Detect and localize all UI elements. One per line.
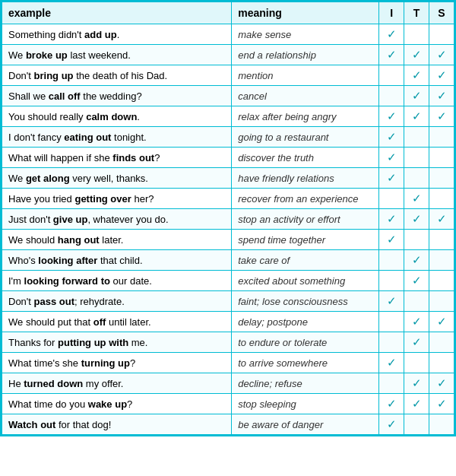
i-cell bbox=[379, 373, 404, 394]
example-suffix-text: until later. bbox=[106, 316, 150, 328]
example-plain-text: Just don't bbox=[8, 214, 53, 225]
check-mark: ✓ bbox=[387, 233, 397, 246]
s-cell: ✓ bbox=[429, 312, 454, 332]
example-bold-text: add up bbox=[84, 29, 117, 40]
example-suffix-text: ? bbox=[127, 398, 132, 410]
example-plain-text: Have you tried bbox=[8, 193, 74, 205]
example-plain-text: What will happen if she bbox=[8, 152, 112, 163]
table-row: Thanks for putting up with me.to endure … bbox=[2, 332, 454, 353]
check-mark: ✓ bbox=[387, 356, 397, 369]
example-suffix-text: ; rehydrate. bbox=[74, 296, 125, 307]
table-row: What time's she turning up?to arrive som… bbox=[2, 353, 454, 373]
example-plain-text: I don't fancy bbox=[8, 132, 64, 143]
table-row: Don't pass out; rehydrate.faint; lose co… bbox=[2, 291, 454, 312]
s-cell bbox=[429, 291, 454, 312]
example-bold-text: broke up bbox=[26, 49, 68, 61]
meaning-cell: faint; lose consciousness bbox=[232, 291, 379, 312]
example-bold-text: give up bbox=[53, 214, 88, 225]
i-cell: ✓ bbox=[379, 148, 404, 168]
meaning-cell: stop an activity or effort bbox=[232, 209, 379, 230]
i-cell bbox=[379, 271, 404, 291]
s-cell bbox=[429, 168, 454, 189]
i-cell bbox=[379, 312, 404, 332]
phrasal-verbs-table: example meaning I T S Something didn't a… bbox=[2, 2, 454, 435]
example-bold-text: getting over bbox=[74, 193, 131, 205]
t-cell bbox=[404, 168, 429, 189]
example-cell: What time's she turning up? bbox=[2, 353, 232, 373]
check-mark: ✓ bbox=[412, 315, 422, 328]
example-plain-text: Something didn't bbox=[8, 29, 84, 40]
example-suffix-text: my offer. bbox=[83, 378, 123, 389]
example-suffix-text: . bbox=[117, 29, 120, 40]
example-cell: I don't fancy eating out tonight. bbox=[2, 127, 232, 148]
table-row: Don't bring up the death of his Dad.ment… bbox=[2, 65, 454, 86]
example-cell: We should hang out later. bbox=[2, 230, 232, 250]
example-bold-text: pass out bbox=[34, 296, 74, 307]
s-cell bbox=[429, 271, 454, 291]
example-suffix-text: later. bbox=[100, 234, 124, 246]
i-cell: ✓ bbox=[379, 209, 404, 230]
example-plain-text: He bbox=[8, 378, 24, 389]
example-plain-text: We bbox=[8, 173, 26, 184]
example-bold-text: off bbox=[93, 316, 106, 328]
example-cell: We broke up last weekend. bbox=[2, 45, 232, 65]
check-mark: ✓ bbox=[412, 48, 422, 61]
check-mark: ✓ bbox=[387, 294, 397, 307]
check-mark: ✓ bbox=[412, 376, 422, 389]
main-table-container: example meaning I T S Something didn't a… bbox=[0, 0, 456, 436]
check-mark: ✓ bbox=[412, 192, 422, 205]
check-mark: ✓ bbox=[437, 397, 447, 410]
example-cell: Shall we call off the wedding? bbox=[2, 86, 232, 106]
example-cell: Something didn't add up. bbox=[2, 24, 232, 45]
example-bold-text: finds out bbox=[112, 152, 154, 163]
meaning-cell: going to a restaurant bbox=[232, 127, 379, 148]
meaning-cell: have friendly relations bbox=[232, 168, 379, 189]
check-mark: ✓ bbox=[387, 397, 397, 410]
table-row: What will happen if she finds out?discov… bbox=[2, 148, 454, 168]
example-suffix-text: ? bbox=[154, 152, 160, 163]
meaning-cell: be aware of danger bbox=[232, 414, 379, 435]
t-cell bbox=[404, 230, 429, 250]
example-cell: Just don't give up, whatever you do. bbox=[2, 209, 232, 230]
example-cell: You should really calm down. bbox=[2, 106, 232, 127]
example-plain-text: What time's she bbox=[8, 357, 81, 369]
meaning-cell: decline; refuse bbox=[232, 373, 379, 394]
check-mark: ✓ bbox=[437, 109, 447, 122]
meaning-cell: discover the truth bbox=[232, 148, 379, 168]
example-suffix-text: the death of his Dad. bbox=[74, 70, 168, 81]
example-bold-text: turning up bbox=[81, 357, 130, 369]
s-cell: ✓ bbox=[429, 373, 454, 394]
example-cell: What will happen if she finds out? bbox=[2, 148, 232, 168]
example-bold-text: looking after bbox=[38, 255, 97, 266]
s-cell bbox=[429, 24, 454, 45]
check-mark: ✓ bbox=[387, 151, 397, 163]
check-mark: ✓ bbox=[412, 335, 422, 348]
example-plain-text: Who's bbox=[8, 255, 38, 266]
check-mark: ✓ bbox=[412, 397, 422, 410]
col-header-i: I bbox=[379, 2, 404, 24]
check-mark: ✓ bbox=[437, 376, 447, 389]
check-mark: ✓ bbox=[387, 27, 397, 40]
table-row: Who's looking after that child.take care… bbox=[2, 250, 454, 271]
check-mark: ✓ bbox=[387, 130, 397, 143]
check-mark: ✓ bbox=[412, 89, 422, 102]
check-mark: ✓ bbox=[412, 68, 422, 81]
check-mark: ✓ bbox=[412, 253, 422, 266]
check-mark: ✓ bbox=[437, 212, 447, 225]
example-plain-text: I'm bbox=[8, 275, 24, 287]
t-cell: ✓ bbox=[404, 394, 429, 414]
s-cell: ✓ bbox=[429, 209, 454, 230]
example-cell: We should put that off until later. bbox=[2, 312, 232, 332]
col-header-example: example bbox=[2, 2, 232, 24]
example-plain-text: Don't bbox=[8, 296, 34, 307]
t-cell: ✓ bbox=[404, 250, 429, 271]
example-bold-text: putting up with bbox=[58, 337, 128, 348]
table-row: Just don't give up, whatever you do.stop… bbox=[2, 209, 454, 230]
example-plain-text: We should put that bbox=[8, 316, 93, 328]
t-cell: ✓ bbox=[404, 45, 429, 65]
t-cell: ✓ bbox=[404, 189, 429, 209]
s-cell bbox=[429, 127, 454, 148]
table-row: We should hang out later.spend time toge… bbox=[2, 230, 454, 250]
i-cell: ✓ bbox=[379, 230, 404, 250]
example-plain-text: What time do you bbox=[8, 398, 88, 410]
